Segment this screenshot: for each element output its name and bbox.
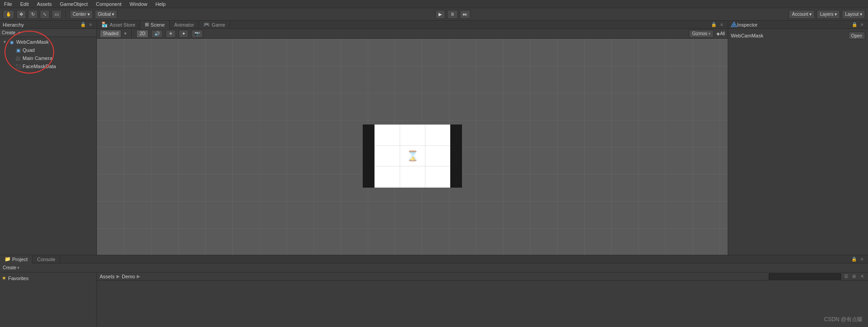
scene-camera-btn[interactable]: 📷 [191, 30, 203, 38]
bottom-right-panel: Assets ▶ Demo ▶ ☰ ⊞ ✕ [97, 272, 868, 327]
viewport-white-center: ⌛ [374, 124, 450, 188]
tab-game[interactable]: 🎮 Game [199, 21, 230, 29]
viewport-black-right [450, 124, 462, 188]
inspector-lock-icon[interactable]: 🔒 [851, 22, 858, 28]
hierarchy-label-webcammask: WebCamMask [16, 39, 49, 45]
tool-move[interactable]: ✥ [16, 10, 26, 19]
hourglass-icon: ⌛ [406, 150, 419, 162]
tool-rotate[interactable]: ↻ [28, 10, 38, 19]
bottom-content: ★ Favorites Assets ▶ Demo ▶ ☰ ⊞ ✕ [0, 272, 868, 327]
breadcrumb-arrow-1: ▶ [116, 274, 120, 279]
svg-point-1 [733, 24, 735, 26]
hierarchy-label-maincamera: Main Camera [23, 55, 52, 61]
breadcrumb-bar: Assets ▶ Demo ▶ ☰ ⊞ ✕ [97, 272, 868, 281]
layers-btn[interactable]: Layers ▾ [817, 10, 840, 19]
hierarchy-create-arrow: ▾ [18, 30, 20, 35]
bottom-toolbar: Create ▾ [0, 263, 868, 272]
expand-arrow-webcammask: ▼ [3, 40, 7, 44]
star-icon: ★ [2, 275, 6, 281]
breadcrumb-demo[interactable]: Demo [122, 274, 135, 279]
breadcrumb-arrow-2: ▶ [137, 274, 140, 279]
menu-file[interactable]: File [3, 1, 14, 7]
inspector-panel: Inspector 🔒 ≡ WebCamMask Open [728, 21, 868, 255]
pause-btn[interactable]: ⏸ [447, 10, 458, 19]
step-btn[interactable]: ⏭ [460, 10, 471, 19]
tool-scale[interactable]: ⤡ [40, 10, 50, 19]
bottom-area: 📁 Project Console 🔒 ≡ Create ▾ ★ Favorit… [0, 255, 868, 327]
bottom-tab-controls: 🔒 ≡ [851, 256, 868, 263]
asset-store-icon: 🏪 [102, 22, 108, 28]
account-btn[interactable]: Account ▾ [789, 10, 815, 19]
menu-help[interactable]: Help [154, 1, 167, 7]
shading-mode-btn[interactable]: Shaded [100, 30, 121, 38]
inspector-body: WebCamMask Open [728, 29, 868, 255]
viewport-black-left [363, 124, 374, 188]
hierarchy-item-quad[interactable]: ▣ Quad [0, 46, 97, 54]
hierarchy-label-quad: Quad [23, 47, 35, 53]
hierarchy-lock-icon[interactable]: 🔒 [80, 22, 86, 28]
tool-rect[interactable]: ▭ [51, 10, 62, 19]
search-filter-icon[interactable]: ⊞ [851, 273, 857, 280]
favorites-header: ★ Favorites [2, 274, 95, 282]
project-search-input[interactable] [769, 273, 841, 280]
hierarchy-item-webcammask[interactable]: ▼ ◉ WebCamMask [0, 38, 97, 46]
bottom-left-panel: ★ Favorites [0, 272, 97, 327]
search-close-icon[interactable]: ✕ [859, 273, 865, 280]
hierarchy-content: ▼ ◉ WebCamMask ▣ Quad 🎥 Main Camera [0, 37, 97, 255]
scene-icon: ⊞ [145, 22, 149, 28]
pivot-btn[interactable]: Center ▾ [69, 10, 93, 19]
gizmos-btn[interactable]: Gizmos ▾ [689, 30, 714, 38]
hierarchy-item-facemaskdata[interactable]: ⬛ FaceMaskData [0, 62, 97, 70]
tab-console[interactable]: Console [32, 255, 60, 263]
gizmos-filter-btn[interactable]: ◈All [716, 31, 725, 36]
scene-sep-1 [131, 29, 132, 38]
scene-light-btn[interactable]: ☀ [166, 30, 176, 38]
top-menubar: File Edit Assets GameObject Component Wi… [0, 0, 868, 8]
play-btn[interactable]: ▶ [435, 10, 445, 19]
game-icon: 🎮 [203, 22, 210, 28]
layout-btn[interactable]: Layout ▾ [842, 10, 865, 19]
bottom-menu-icon[interactable]: ≡ [859, 256, 865, 263]
favorites-label: Favorites [8, 276, 28, 281]
search-options-icon[interactable]: ☰ [843, 273, 849, 280]
scene-panel-menu-icon[interactable]: ≡ [719, 22, 725, 28]
tab-project[interactable]: 📁 Project [0, 255, 32, 263]
scene-icon-webcammask: ◉ [9, 39, 15, 45]
bottom-lock-icon[interactable]: 🔒 [851, 256, 857, 263]
menu-edit[interactable]: Edit [19, 1, 30, 7]
hierarchy-header: Hierarchy 🔒 ≡ [0, 21, 97, 29]
hierarchy-panel: Hierarchy 🔒 ≡ Create ▾ ▼ ◉ WebCamMask [0, 21, 97, 255]
scene-panel-lock-icon[interactable]: 🔒 [711, 22, 717, 28]
inspector-menu-icon[interactable]: ≡ [859, 22, 865, 28]
bottom-create-btn[interactable]: Create ▾ [3, 265, 19, 270]
inspector-object-name: WebCamMask [731, 32, 763, 39]
menu-assets[interactable]: Assets [36, 1, 53, 7]
tab-animator[interactable]: Animator [170, 21, 199, 29]
menu-window[interactable]: Window [128, 1, 148, 7]
menu-component[interactable]: Component [94, 1, 123, 7]
scene-audio-btn[interactable]: 🔊 [151, 30, 163, 38]
project-icon: 📁 [5, 256, 11, 262]
inspector-title: Inspector [737, 22, 757, 28]
main-toolbar: ✋ ✥ ↻ ⤡ ▭ Center ▾ Global ▾ ▶ ⏸ ⏭ Accoun… [0, 8, 868, 21]
view-2d-btn[interactable]: 2D [136, 30, 148, 38]
scene-toolbar: Shaded ▾ 2D 🔊 ☀ ✦ 📷 Gizmos ▾ ◈All [97, 29, 728, 39]
scene-fx-btn[interactable]: ✦ [179, 30, 189, 38]
scene-viewport: ⌛ [363, 124, 462, 188]
hierarchy-item-maincamera[interactable]: 🎥 Main Camera [0, 54, 97, 62]
tool-hand[interactable]: ✋ [3, 10, 14, 19]
hierarchy-menu-icon[interactable]: ≡ [88, 22, 94, 28]
tab-asset-store[interactable]: 🏪 Asset Store [97, 21, 140, 29]
menu-gameobject[interactable]: GameObject [59, 1, 89, 7]
camera-icon-maincamera: 🎥 [15, 55, 21, 61]
hierarchy-label-facemaskdata: FaceMaskData [23, 64, 56, 69]
cube-icon-quad: ▣ [15, 47, 21, 53]
inspector-open-btn[interactable]: Open [848, 32, 865, 40]
data-icon-facemaskdata: ⬛ [15, 63, 21, 69]
hierarchy-create-btn[interactable]: Create [2, 30, 15, 35]
global-btn[interactable]: Global ▾ [95, 10, 118, 19]
breadcrumb-assets[interactable]: Assets [100, 274, 115, 279]
tab-scene[interactable]: ⊞ Scene [140, 21, 170, 29]
shading-arrow: ▾ [124, 31, 127, 37]
scene-tabs-row: 🏪 Asset Store ⊞ Scene Animator 🎮 Game 🔒 … [97, 21, 728, 29]
